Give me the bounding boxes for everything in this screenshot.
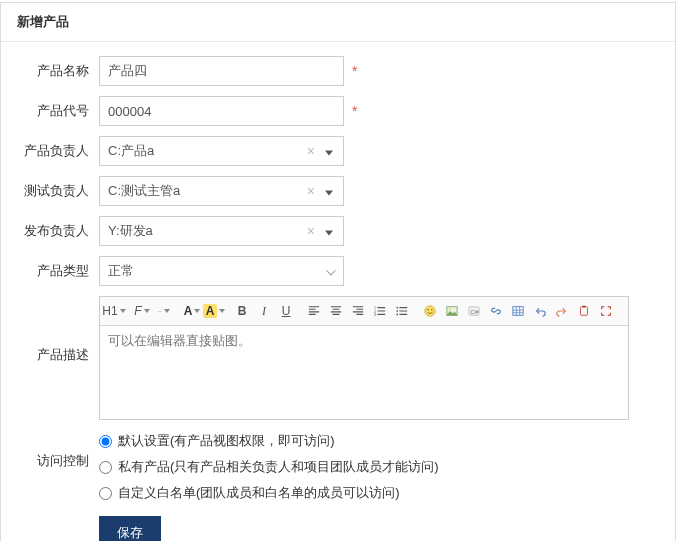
test-owner-value: C:测试主管a <box>108 182 180 200</box>
svg-text:C#: C# <box>471 309 479 315</box>
editor-toolbar: H1 F тT A A B I U <box>100 297 628 326</box>
fontsize-button[interactable]: тT <box>156 301 172 321</box>
align-right-icon[interactable] <box>350 301 366 321</box>
row-product-code: 产品代号 * <box>19 96 657 126</box>
panel-body: 产品名称 * 产品代号 * 产品负责人 C:产品a × <box>1 42 675 541</box>
product-type-select[interactable]: 正常 <box>99 256 344 286</box>
clear-icon[interactable]: × <box>307 223 315 239</box>
svg-point-10 <box>431 309 433 311</box>
align-left-icon[interactable] <box>306 301 322 321</box>
row-actions: 保存 <box>19 512 657 541</box>
redo-icon[interactable] <box>554 301 570 321</box>
svg-rect-16 <box>581 307 588 316</box>
label-test-owner: 测试负责人 <box>19 182 99 200</box>
svg-rect-17 <box>582 306 585 308</box>
panel-add-product: 新增产品 产品名称 * 产品代号 * 产品负责人 C:产品a × <box>0 2 676 541</box>
access-option-whitelist[interactable]: 自定义白名单(团队成员和白名单的成员可以访问) <box>99 484 439 502</box>
dropdown-caret-icon[interactable] <box>325 144 333 159</box>
label-product-desc: 产品描述 <box>19 296 99 364</box>
save-button[interactable]: 保存 <box>99 516 161 541</box>
svg-text:3: 3 <box>374 313 376 317</box>
access-radio-private[interactable] <box>99 461 112 474</box>
wrap-product-name <box>99 56 344 86</box>
wrap-product-desc: H1 F тT A A B I U <box>99 296 629 420</box>
format-button[interactable]: F <box>134 301 150 321</box>
access-control-group: 默认设置(有产品视图权限，即可访问) 私有产品(只有产品相关负责人和项目团队成员… <box>99 430 439 502</box>
link-icon[interactable] <box>488 301 504 321</box>
product-code-input[interactable] <box>99 96 344 126</box>
access-radio-whitelist[interactable] <box>99 487 112 500</box>
access-radio-default[interactable] <box>99 435 112 448</box>
product-owner-select[interactable]: C:产品a × <box>99 136 344 166</box>
row-test-owner: 测试负责人 C:测试主管a × <box>19 176 657 206</box>
unordered-list-icon[interactable] <box>394 301 410 321</box>
clear-icon[interactable]: × <box>307 183 315 199</box>
wrap-release-owner: Y:研发a × <box>99 216 344 246</box>
row-product-desc: 产品描述 H1 F тT A A B I U <box>19 296 657 420</box>
rich-text-editor: H1 F тT A A B I U <box>99 296 629 420</box>
table-icon[interactable] <box>510 301 526 321</box>
wrap-test-owner: C:测试主管a × <box>99 176 344 206</box>
svg-point-6 <box>396 310 398 312</box>
release-owner-value: Y:研发a <box>108 222 153 240</box>
panel-title: 新增产品 <box>1 3 675 42</box>
bold-button[interactable]: B <box>234 301 250 321</box>
product-name-input[interactable] <box>99 56 344 86</box>
row-access-control: 访问控制 默认设置(有产品视图权限，即可访问) 私有产品(只有产品相关负责人和项… <box>19 430 657 502</box>
label-product-owner: 产品负责人 <box>19 142 99 160</box>
svg-rect-15 <box>513 307 523 316</box>
svg-point-7 <box>396 314 398 316</box>
heading-button[interactable]: H1 <box>106 301 122 321</box>
product-desc-textarea[interactable] <box>100 326 628 416</box>
row-product-owner: 产品负责人 C:产品a × <box>19 136 657 166</box>
emoji-icon[interactable] <box>422 301 438 321</box>
fontcolor-button[interactable]: A <box>184 301 200 321</box>
italic-button[interactable]: I <box>256 301 272 321</box>
product-type-value: 正常 <box>108 262 134 280</box>
dropdown-caret-icon[interactable] <box>325 224 333 239</box>
highlight-button[interactable]: A <box>206 301 222 321</box>
svg-point-9 <box>427 309 429 311</box>
row-product-name: 产品名称 * <box>19 56 657 86</box>
label-product-code: 产品代号 <box>19 102 99 120</box>
label-access-control: 访问控制 <box>19 430 99 470</box>
clear-icon[interactable]: × <box>307 143 315 159</box>
align-center-icon[interactable] <box>328 301 344 321</box>
fullscreen-icon[interactable] <box>598 301 614 321</box>
access-option-private[interactable]: 私有产品(只有产品相关负责人和项目团队成员才能访问) <box>99 458 439 476</box>
label-product-name: 产品名称 <box>19 62 99 80</box>
ordered-list-icon[interactable]: 123 <box>372 301 388 321</box>
access-option-default[interactable]: 默认设置(有产品视图权限，即可访问) <box>99 432 439 450</box>
required-star: * <box>352 63 357 79</box>
row-product-type: 产品类型 正常 <box>19 256 657 286</box>
svg-point-5 <box>396 307 398 309</box>
release-owner-select[interactable]: Y:研发a × <box>99 216 344 246</box>
svg-point-12 <box>449 308 451 310</box>
wrap-product-code <box>99 96 344 126</box>
access-label-whitelist: 自定义白名单(团队成员和白名单的成员可以访问) <box>118 484 400 502</box>
help-icon[interactable]: ? <box>626 301 628 321</box>
label-product-type: 产品类型 <box>19 262 99 280</box>
paste-icon[interactable] <box>576 301 592 321</box>
access-label-default: 默认设置(有产品视图权限，即可访问) <box>118 432 335 450</box>
underline-button[interactable]: U <box>278 301 294 321</box>
image-icon[interactable] <box>444 301 460 321</box>
svg-text:T: T <box>160 310 162 312</box>
label-release-owner: 发布负责人 <box>19 222 99 240</box>
row-release-owner: 发布负责人 Y:研发a × <box>19 216 657 246</box>
test-owner-select[interactable]: C:测试主管a × <box>99 176 344 206</box>
product-owner-value: C:产品a <box>108 142 154 160</box>
access-label-private: 私有产品(只有产品相关负责人和项目团队成员才能访问) <box>118 458 439 476</box>
wrap-product-owner: C:产品a × <box>99 136 344 166</box>
svg-point-8 <box>425 306 435 316</box>
dropdown-caret-icon[interactable] <box>325 184 333 199</box>
code-icon[interactable]: C# <box>466 301 482 321</box>
undo-icon[interactable] <box>532 301 548 321</box>
wrap-product-type: 正常 <box>99 256 344 286</box>
required-star: * <box>352 103 357 119</box>
chevron-down-icon[interactable] <box>326 264 333 279</box>
